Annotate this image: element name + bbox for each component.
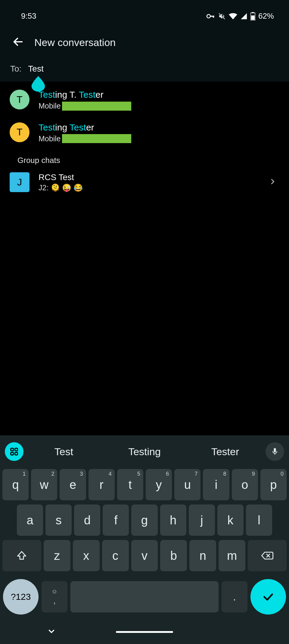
period-key[interactable]: .	[222, 581, 247, 612]
key-z[interactable]: z	[44, 540, 70, 571]
keyboard: Test Testing Tester q1w2e3r4t5y6u7i8o9p0…	[0, 435, 289, 644]
suggestion-0[interactable]: Test	[23, 446, 104, 458]
contact-subtitle: Mobile	[39, 102, 279, 111]
shift-key[interactable]	[2, 540, 41, 571]
suggestion-1[interactable]: Testing	[104, 446, 185, 458]
battery-icon	[250, 12, 255, 20]
page-title: New conversation	[34, 37, 116, 48]
key-o[interactable]: o9	[232, 469, 258, 500]
signal-icon	[240, 13, 247, 20]
avatar: T	[10, 122, 30, 142]
key-x[interactable]: x	[73, 540, 100, 571]
contact-name: Testing T. Tester	[39, 89, 279, 101]
back-button[interactable]	[12, 36, 24, 49]
svg-rect-9	[11, 448, 14, 451]
to-label: To:	[10, 64, 21, 74]
group-preview: J2: 🫠 😜 😂	[39, 183, 259, 192]
group-chats-heading: Group chats	[0, 149, 289, 169]
to-field-row[interactable]: To: Test	[0, 61, 289, 81]
key-m[interactable]: m	[219, 540, 245, 571]
key-j[interactable]: j	[189, 504, 215, 536]
contact-subtitle: Mobile	[39, 134, 279, 143]
key-a[interactable]: a	[17, 504, 43, 536]
key-i[interactable]: i8	[203, 469, 229, 500]
svg-rect-2	[213, 16, 214, 18]
key-g[interactable]: g	[131, 504, 157, 536]
emoji-icon: ☺	[51, 588, 57, 595]
key-s[interactable]: s	[45, 504, 72, 536]
key-y[interactable]: y6	[146, 469, 172, 500]
home-gesture-pill[interactable]	[116, 631, 173, 633]
svg-rect-10	[15, 448, 18, 451]
key-t[interactable]: t5	[117, 469, 143, 500]
enter-key[interactable]	[250, 579, 286, 615]
key-k[interactable]: k	[217, 504, 244, 536]
key-v[interactable]: v	[131, 540, 158, 571]
key-p[interactable]: p0	[260, 469, 287, 500]
contact-result-1[interactable]: T Testing Tester Mobile	[0, 116, 289, 149]
search-results: T Testing T. Tester Mobile T Testing Tes…	[0, 81, 289, 195]
keyboard-collapse-icon[interactable]	[47, 627, 56, 637]
redacted-number	[62, 102, 131, 111]
chevron-right-icon	[269, 177, 277, 187]
avatar: J	[10, 172, 30, 192]
svg-rect-6	[252, 12, 253, 13]
keyboard-row-3: zxcvbnm	[2, 540, 287, 571]
key-b[interactable]: b	[160, 540, 187, 571]
svg-rect-11	[11, 452, 14, 455]
backspace-key[interactable]	[248, 540, 287, 571]
keyboard-row-1: q1w2e3r4t5y6u7i8o9p0	[2, 469, 287, 500]
battery-percent: 62%	[258, 11, 274, 21]
header: New conversation	[0, 27, 289, 61]
avatar: T	[10, 90, 30, 109]
key-h[interactable]: h	[160, 504, 186, 536]
symbols-key[interactable]: ?123	[3, 579, 39, 615]
key-u[interactable]: u7	[174, 469, 200, 500]
key-d[interactable]: d	[74, 504, 100, 536]
suggestion-2[interactable]: Tester	[185, 446, 266, 458]
group-result-0[interactable]: J RCS Test J2: 🫠 😜 😂	[0, 169, 289, 195]
key-c[interactable]: c	[102, 540, 129, 571]
to-input[interactable]: Test	[28, 64, 43, 74]
key-f[interactable]: f	[103, 504, 129, 536]
key-e[interactable]: e3	[60, 469, 86, 500]
svg-point-0	[207, 14, 210, 18]
space-key[interactable]	[70, 581, 219, 612]
key-w[interactable]: w2	[31, 469, 57, 500]
redacted-number	[62, 134, 131, 143]
key-n[interactable]: n	[189, 540, 216, 571]
status-time: 9:53	[21, 11, 36, 21]
navigation-bar	[0, 620, 289, 644]
text-cursor-handle[interactable]	[31, 76, 45, 94]
status-icons: 62%	[207, 11, 274, 21]
status-bar: 9:53 62%	[0, 0, 289, 27]
svg-rect-7	[251, 15, 254, 20]
key-q[interactable]: q1	[2, 469, 29, 500]
wifi-icon	[229, 13, 237, 20]
keyboard-menu-button[interactable]	[5, 442, 23, 461]
mute-icon	[218, 12, 226, 20]
vpn-key-icon	[207, 14, 215, 19]
keyboard-row-2: asdfghjkl	[2, 504, 287, 536]
comma-key[interactable]: ☺ ,	[42, 581, 67, 612]
group-name: RCS Test	[39, 173, 259, 182]
key-r[interactable]: r4	[89, 469, 115, 500]
contact-name: Testing Tester	[39, 121, 279, 134]
key-l[interactable]: l	[246, 504, 272, 536]
voice-input-button[interactable]	[266, 442, 284, 461]
svg-rect-12	[15, 452, 18, 455]
